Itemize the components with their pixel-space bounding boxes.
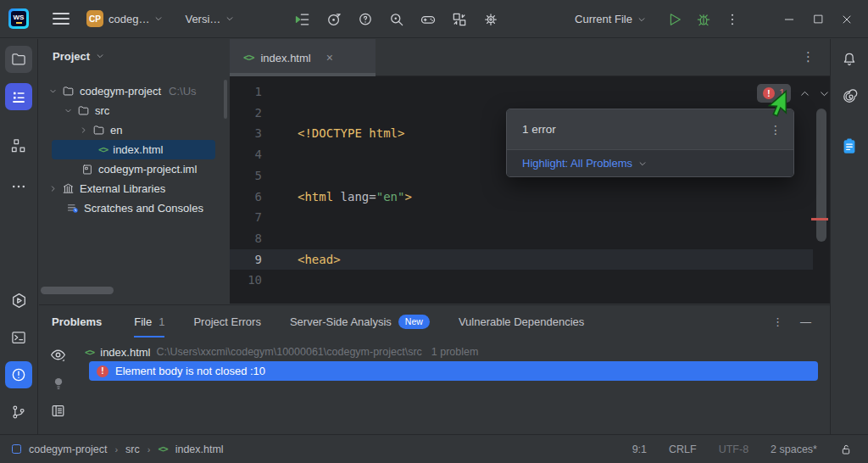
breadcrumb-file[interactable]: index.html <box>175 443 224 455</box>
terminal-tool-button[interactable] <box>5 324 32 351</box>
tab-vulnerable-dependencies[interactable]: Vulnerable Dependencies <box>459 305 584 337</box>
notifications-bell-button[interactable] <box>836 46 863 73</box>
plugins-gamepad-icon[interactable] <box>418 9 438 30</box>
left-activity-bar <box>0 39 38 434</box>
maximize-button[interactable] <box>804 5 832 34</box>
project-panel-header[interactable]: Project <box>39 39 229 73</box>
run-configurations-icon[interactable] <box>292 9 313 30</box>
problems-file-row[interactable]: <> index.html C:\Users\xxcmi\codegym\100… <box>85 343 478 361</box>
prev-problem-chevron-up-icon[interactable] <box>799 88 810 99</box>
tab-file[interactable]: File 1 <box>134 305 164 337</box>
problems-kebab-icon[interactable]: ⋮ <box>772 315 783 328</box>
library-icon <box>62 182 75 195</box>
file-encoding[interactable]: UTF-8 <box>719 443 748 455</box>
next-problem-chevron-down-icon[interactable] <box>819 88 830 99</box>
more-tools-button[interactable] <box>5 173 32 200</box>
html-file-icon: <> <box>98 144 108 155</box>
tab-close-icon[interactable]: × <box>326 51 333 64</box>
tree-item-external-libraries[interactable]: External Libraries <box>39 179 229 198</box>
highlight-level-selector[interactable]: Highlight: All Problems <box>507 149 793 176</box>
tree-item-project-root[interactable]: codegym-project C:\Us <box>39 81 229 101</box>
help-bubble-icon[interactable] <box>355 9 376 30</box>
tab-index-html[interactable]: <> index.html × <box>230 39 376 76</box>
popup-kebab-icon[interactable]: ⋮ <box>770 123 782 137</box>
tree-item-label: en <box>110 124 122 137</box>
structure-tool-button[interactable] <box>5 132 32 159</box>
code-line: <html lang="en"> <box>298 187 619 208</box>
project-panel: Project codegym-project C:\Us src en <> <box>39 39 229 304</box>
tree-item-index-html[interactable]: <> index.html <box>52 140 215 159</box>
close-button[interactable] <box>832 5 861 34</box>
project-vertical-scrollbar[interactable] <box>224 80 227 119</box>
project-widget[interactable]: CP codeg… <box>81 7 168 31</box>
status-bar: codegym-project › src › <> index.html 9:… <box>0 434 868 463</box>
minimize-button[interactable] <box>775 5 804 34</box>
settings-gear-icon[interactable] <box>481 9 501 30</box>
more-kebab-icon[interactable] <box>722 9 743 30</box>
learn-tool-button[interactable] <box>5 83 32 110</box>
run-config-label: Current File <box>575 13 632 25</box>
chevron-collapsed-icon[interactable] <box>49 185 57 192</box>
error-stripe-mark[interactable] <box>811 218 828 220</box>
editor-options-kebab-icon[interactable]: ⋮ <box>802 49 815 64</box>
problems-tool-button[interactable] <box>5 361 32 388</box>
task-description-button[interactable] <box>836 132 863 159</box>
open-in-preview-icon[interactable] <box>50 403 66 419</box>
chevron-expanded-icon[interactable] <box>49 87 57 95</box>
line-number: 5 <box>230 165 262 187</box>
problems-title: Problems <box>52 315 102 328</box>
problems-file-name: index.html <box>100 346 150 359</box>
services-tool-button[interactable] <box>5 287 32 314</box>
vcs-widget[interactable]: Versi… <box>180 9 239 29</box>
hide-panel-icon[interactable]: — <box>800 315 811 328</box>
problem-error-row[interactable]: ! Element body is not closed :10 <box>89 361 818 381</box>
editor-scrollbar[interactable] <box>816 109 826 242</box>
problems-toolbar <box>49 346 67 419</box>
tree-item-label: codegym-project <box>80 85 161 98</box>
line-number: 2 <box>230 103 262 124</box>
webstorm-logo-icon: WS <box>8 8 29 29</box>
vcs-widget-label: Versi… <box>185 13 220 25</box>
run-config-widget[interactable]: Current File <box>570 9 651 29</box>
line-number: 8 <box>230 228 262 249</box>
quick-fix-bulb-icon[interactable] <box>51 376 66 391</box>
version-control-tool-button[interactable] <box>5 399 32 426</box>
tab-server-side-analysis[interactable]: Server-Side Analysis New <box>290 305 430 337</box>
line-number: 4 <box>230 144 262 165</box>
tab-project-errors[interactable]: Project Errors <box>193 305 260 337</box>
error-icon: ! <box>97 365 108 377</box>
tree-item-iml[interactable]: codegym-project.iml <box>39 159 229 179</box>
project-tree: codegym-project C:\Us src en <> index.ht… <box>39 81 229 218</box>
window-layout-icon[interactable] <box>449 9 470 30</box>
tree-item-path: C:\Us <box>169 85 197 98</box>
tree-item-label: External Libraries <box>80 182 165 195</box>
tree-item-src[interactable]: src <box>39 101 229 120</box>
ai-assistant-button[interactable] <box>836 83 863 110</box>
breadcrumb-src[interactable]: src <box>125 443 140 455</box>
new-badge: New <box>398 315 430 329</box>
line-number: 6 <box>230 187 262 208</box>
search-everywhere-icon[interactable] <box>387 9 407 30</box>
unlock-icon[interactable] <box>839 443 853 456</box>
chevron-down-icon <box>154 14 163 23</box>
line-number-current: 9 <box>230 249 262 271</box>
project-tool-button[interactable] <box>5 46 32 73</box>
indent-style[interactable]: 2 spaces* <box>771 443 817 455</box>
project-horizontal-scrollbar[interactable] <box>41 287 114 294</box>
chevron-expanded-icon[interactable] <box>64 107 72 114</box>
caret-position[interactable]: 9:1 <box>632 443 647 455</box>
coverage-icon[interactable] <box>324 9 344 30</box>
view-options-eye-icon[interactable] <box>49 346 67 364</box>
main-menu-icon[interactable] <box>53 13 70 25</box>
breadcrumb-project[interactable]: codegym-project <box>29 443 107 455</box>
tree-item-label: index.html <box>113 143 163 156</box>
tree-item-en[interactable]: en <box>39 120 229 140</box>
line-separator[interactable]: CRLF <box>669 443 697 455</box>
popup-error-summary: 1 error <box>522 123 556 136</box>
problems-file-meta: 1 problem <box>431 346 479 358</box>
debug-button[interactable] <box>693 9 714 30</box>
tree-item-scratches[interactable]: Scratches and Consoles <box>39 198 229 218</box>
chevron-collapsed-icon[interactable] <box>80 126 87 134</box>
breadcrumb-separator: › <box>114 444 118 455</box>
run-button[interactable] <box>665 9 685 30</box>
